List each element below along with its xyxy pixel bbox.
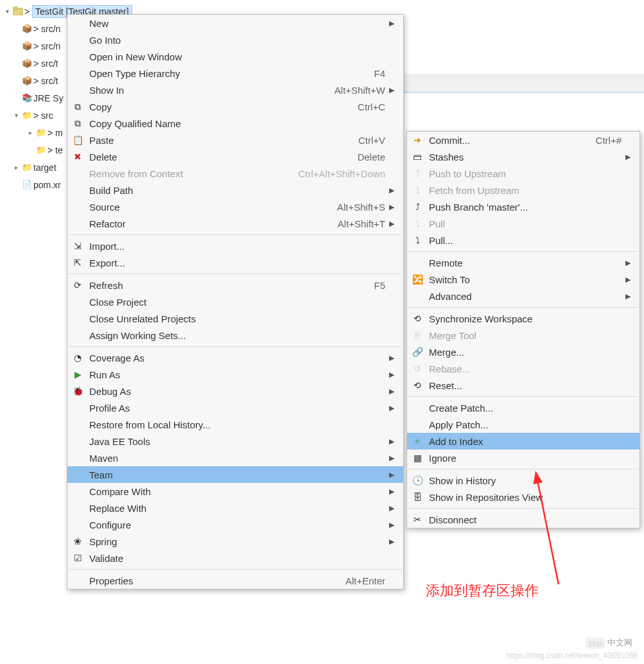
refresh-icon: ⟳	[69, 280, 87, 290]
menu-item-switch-to[interactable]: 🔀Switch To▶	[407, 271, 640, 288]
menu-item-copy[interactable]: ⧉CopyCtrl+C	[67, 98, 403, 115]
menu-separator	[408, 307, 638, 308]
menu-item-accel: Alt+Shift+W	[335, 85, 389, 96]
export-icon: ⇱	[69, 258, 87, 268]
menu-item-close-project[interactable]: Close Project	[67, 293, 403, 310]
menu-item-refactor[interactable]: RefactorAlt+Shift+T▶	[67, 215, 403, 232]
menu-separator	[408, 396, 638, 397]
menu-item-label: Pull	[426, 217, 622, 231]
pkg-icon: 📦	[21, 24, 33, 33]
submenu-arrow-icon: ▶	[389, 86, 401, 94]
menu-item-label: Paste	[87, 134, 358, 147]
disconnect-icon: ✂	[408, 514, 426, 525]
menu-item-label: Close Project	[87, 295, 385, 309]
menu-item-java-ee-tools[interactable]: Java EE Tools▶	[67, 433, 403, 450]
menu-item-label: Profile As	[87, 401, 385, 415]
menu-item-push-branch-master[interactable]: ⤴Push Branch 'master'...	[407, 198, 640, 215]
menu-item-rebase: ↺Rebase...	[407, 360, 640, 377]
menu-item-show-in-history[interactable]: 🕓Show in History	[407, 472, 640, 489]
context-menu-team[interactable]: ➜Commit...Ctrl+#🗃Stashes▶⤴Push to Upstre…	[406, 131, 640, 529]
menu-item-restore-from-local-history[interactable]: Restore from Local History...	[67, 416, 403, 433]
menu-item-label: Run As	[87, 368, 385, 381]
menu-item-profile-as[interactable]: Profile As▶	[67, 399, 403, 416]
menu-item-merge[interactable]: 🔗Merge...	[407, 344, 640, 360]
pkg-icon: 📦	[21, 58, 33, 68]
svg-rect-1	[13, 7, 17, 10]
menu-item-configure[interactable]: Configure▶	[67, 516, 403, 533]
menu-item-build-path[interactable]: Build Path▶	[67, 182, 403, 198]
menu-item-label: Delete	[87, 150, 358, 164]
menu-item-label: Synchronize Workspace	[426, 312, 622, 326]
merge-tool-icon: ⎘	[408, 330, 426, 340]
menu-item-label: Push to Upstream	[426, 167, 622, 180]
file-icon: 📄	[21, 180, 33, 189]
menu-item-apply-patch[interactable]: Apply Patch...	[407, 416, 640, 433]
menu-item-go-into[interactable]: Go Into	[67, 31, 403, 48]
menu-item-run-as[interactable]: ▶Run As▶	[67, 366, 403, 383]
submenu-arrow-icon: ▶	[625, 275, 637, 284]
watermark: https://blog.csdn.net/weixin_43691058	[507, 651, 638, 660]
menu-item-close-unrelated-projects[interactable]: Close Unrelated Projects	[67, 310, 403, 327]
menu-item-disconnect[interactable]: ✂Disconnect	[407, 511, 640, 528]
menu-item-accel: Ctrl+C	[358, 101, 389, 112]
menu-item-import[interactable]: ⇲Import...	[67, 238, 403, 254]
menu-item-add-to-index[interactable]: ＋Add to Index	[407, 433, 640, 450]
chevron-down-icon: ▾	[12, 112, 21, 119]
menu-item-delete[interactable]: ✖DeleteDelete	[67, 148, 403, 165]
copy-qn-icon: ⧉	[69, 118, 87, 129]
menu-item-show-in-repositories-view[interactable]: 🗄Show in Repositories View	[407, 489, 640, 505]
context-menu-main[interactable]: New▶Go IntoOpen in New WindowOpen Type H…	[67, 14, 404, 590]
menu-item-reset[interactable]: ⟲Reset...	[407, 377, 640, 394]
menu-item-label: Merge Tool	[426, 329, 622, 342]
menu-item-remove-from-context: Remove from ContextCtrl+Alt+Shift+Down	[67, 165, 403, 182]
menu-item-properties[interactable]: PropertiesAlt+Enter	[67, 572, 403, 589]
menu-item-synchronize-workspace[interactable]: ⟲Synchronize Workspace	[407, 310, 640, 327]
menu-separator	[408, 508, 638, 509]
menu-item-team[interactable]: Team▶	[67, 466, 403, 483]
menu-item-assign-working-sets[interactable]: Assign Working Sets...	[67, 327, 403, 344]
tree-item-label: > src/t	[33, 58, 58, 69]
menu-item-label: Stashes	[426, 150, 622, 164]
delete-icon: ✖	[69, 152, 87, 162]
menu-item-export[interactable]: ⇱Export...	[67, 254, 403, 271]
menu-item-open-type-hierarchy[interactable]: Open Type HierarchyF4	[67, 65, 403, 82]
menu-item-pull[interactable]: ⤵Pull...	[407, 232, 640, 249]
tree-item-label: > src	[33, 110, 53, 121]
menu-item-spring[interactable]: ❀Spring▶	[67, 533, 403, 550]
menu-item-coverage-as[interactable]: ◔Coverage As▶	[67, 349, 403, 366]
pull-icon: ⤵	[408, 235, 426, 245]
menu-item-label: Open Type Hierarchy	[87, 67, 374, 80]
menu-item-label: Build Path	[87, 184, 385, 197]
menu-item-refresh[interactable]: ⟳RefreshF5	[67, 277, 403, 293]
pull-icon: ⤵	[408, 218, 426, 229]
submenu-arrow-icon: ▶	[389, 220, 401, 228]
menu-item-ignore[interactable]: ▦Ignore	[407, 450, 640, 466]
menu-item-show-in[interactable]: Show InAlt+Shift+W▶	[67, 82, 403, 98]
menu-item-compare-with[interactable]: Compare With▶	[67, 483, 403, 500]
copy-icon: ⧉	[69, 101, 87, 112]
menu-item-validate[interactable]: ☑Validate	[67, 550, 403, 566]
menu-item-open-in-new-window[interactable]: Open in New Window	[67, 48, 403, 65]
run-icon: ▶	[69, 369, 87, 380]
menu-item-debug-as[interactable]: 🐞Debug As▶	[67, 383, 403, 399]
menu-item-copy-qualified-name[interactable]: ⧉Copy Qualified Name	[67, 115, 403, 132]
menu-item-label: Maven	[87, 451, 385, 465]
menu-item-remote[interactable]: Remote▶	[407, 254, 640, 271]
menu-item-maven[interactable]: Maven▶	[67, 450, 403, 466]
folder-icon: 📁	[21, 162, 33, 172]
menu-item-paste[interactable]: 📋PasteCtrl+V	[67, 132, 403, 148]
menu-item-source[interactable]: SourceAlt+Shift+S▶	[67, 198, 403, 215]
menu-item-create-patch[interactable]: Create Patch...	[407, 399, 640, 416]
menu-item-label: New	[87, 17, 385, 30]
menu-item-new[interactable]: New▶	[67, 15, 403, 31]
menu-item-label: Copy	[87, 100, 358, 114]
menu-item-accel: Delete	[358, 152, 389, 162]
menu-item-label: Refactor	[87, 217, 338, 231]
menu-item-stashes[interactable]: 🗃Stashes▶	[407, 148, 640, 165]
menu-item-label: Show in Repositories View	[426, 491, 622, 504]
menu-item-commit[interactable]: ➜Commit...Ctrl+#	[407, 132, 640, 148]
menu-separator	[408, 251, 638, 252]
submenu-arrow-icon: ▶	[389, 521, 401, 529]
menu-item-advanced[interactable]: Advanced▶	[407, 288, 640, 304]
menu-item-replace-with[interactable]: Replace With▶	[67, 500, 403, 516]
